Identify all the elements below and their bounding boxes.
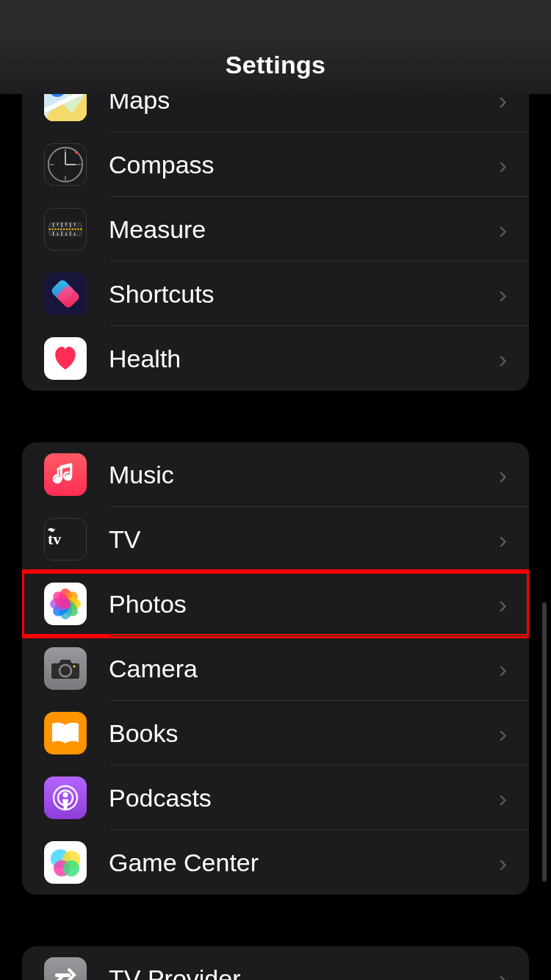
row-podcasts[interactable]: Podcasts › bbox=[22, 765, 529, 830]
chevron-right-icon: › bbox=[499, 345, 507, 373]
row-books[interactable]: Books › bbox=[22, 701, 529, 765]
row-label: Compass bbox=[109, 151, 499, 179]
chevron-right-icon: › bbox=[499, 965, 507, 981]
chevron-right-icon: › bbox=[499, 151, 507, 179]
row-maps[interactable]: Maps › bbox=[22, 94, 529, 132]
row-compass[interactable]: Compass › bbox=[22, 132, 529, 197]
music-icon bbox=[44, 453, 87, 496]
row-measure[interactable]: Measure › bbox=[22, 197, 529, 262]
row-label: TV Provider bbox=[109, 965, 499, 981]
svg-point-46 bbox=[63, 860, 79, 876]
chevron-right-icon: › bbox=[499, 280, 507, 309]
chevron-right-icon: › bbox=[499, 461, 507, 489]
settings-group-provider: TV Provider › bbox=[22, 946, 529, 980]
row-label: Game Center bbox=[109, 849, 499, 877]
chevron-right-icon: › bbox=[499, 590, 507, 619]
row-photos[interactable]: Photos › bbox=[22, 572, 529, 636]
navigation-bar: Settings bbox=[0, 35, 551, 94]
settings-group-media: Music › tv TV › bbox=[22, 442, 529, 895]
row-game-center[interactable]: Game Center › bbox=[22, 830, 529, 895]
settings-scroll-area[interactable]: Maps › Compass › bbox=[0, 94, 551, 980]
svg-point-42 bbox=[63, 793, 68, 798]
settings-group-utilities: Maps › Compass › bbox=[22, 94, 529, 391]
svg-text:tv: tv bbox=[48, 530, 61, 548]
chevron-right-icon: › bbox=[499, 784, 507, 813]
chevron-right-icon: › bbox=[499, 525, 507, 554]
podcasts-icon bbox=[44, 777, 87, 819]
page-title: Settings bbox=[226, 51, 326, 79]
svg-rect-28 bbox=[70, 464, 72, 478]
row-label: Camera bbox=[109, 655, 499, 683]
row-label: Podcasts bbox=[109, 784, 499, 813]
books-icon bbox=[44, 712, 87, 754]
measure-icon bbox=[44, 208, 87, 251]
row-label: Measure bbox=[109, 215, 499, 244]
shortcuts-icon bbox=[44, 273, 87, 315]
health-icon bbox=[44, 337, 87, 380]
row-tv-provider[interactable]: TV Provider › bbox=[22, 946, 529, 980]
row-health[interactable]: Health › bbox=[22, 326, 529, 391]
maps-icon bbox=[44, 94, 87, 121]
tv-icon: tv bbox=[44, 518, 87, 561]
camera-icon bbox=[44, 647, 87, 690]
chevron-right-icon: › bbox=[499, 655, 507, 683]
status-bar bbox=[0, 0, 551, 35]
photos-icon bbox=[44, 583, 87, 625]
row-camera[interactable]: Camera › bbox=[22, 636, 529, 701]
row-label: Maps bbox=[109, 94, 499, 115]
row-shortcuts[interactable]: Shortcuts › bbox=[22, 262, 529, 326]
tv-provider-icon bbox=[44, 957, 87, 980]
svg-rect-9 bbox=[49, 223, 82, 235]
scrollbar[interactable] bbox=[542, 602, 547, 882]
chevron-right-icon: › bbox=[499, 215, 507, 244]
row-label: Shortcuts bbox=[109, 280, 499, 309]
svg-point-39 bbox=[73, 665, 75, 667]
row-music[interactable]: Music › bbox=[22, 442, 529, 507]
row-label: Health bbox=[109, 345, 499, 373]
row-label: Music bbox=[109, 461, 499, 489]
chevron-right-icon: › bbox=[499, 719, 507, 748]
row-label: Books bbox=[109, 719, 499, 748]
compass-icon bbox=[44, 143, 87, 186]
chevron-right-icon: › bbox=[499, 94, 507, 115]
row-label: TV bbox=[109, 525, 499, 554]
chevron-right-icon: › bbox=[499, 849, 507, 877]
row-tv[interactable]: tv TV › bbox=[22, 507, 529, 572]
row-label: Photos bbox=[109, 590, 499, 619]
game-center-icon bbox=[44, 841, 87, 884]
